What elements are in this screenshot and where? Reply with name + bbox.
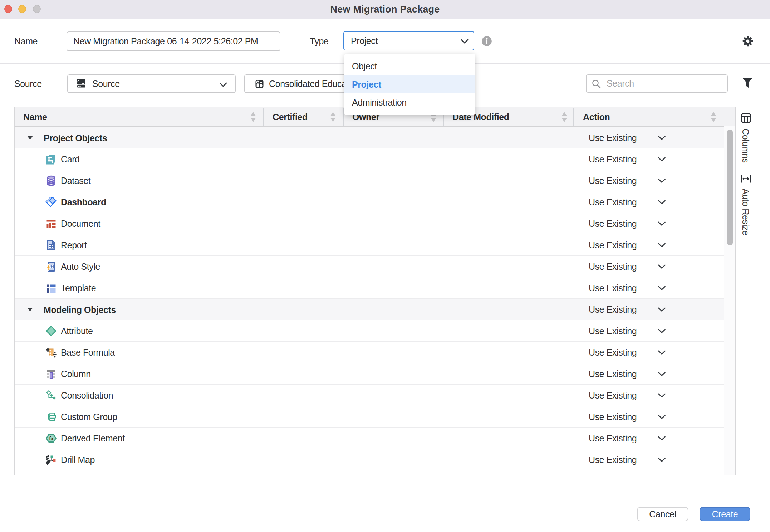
svg-text:fx: fx bbox=[49, 435, 54, 441]
